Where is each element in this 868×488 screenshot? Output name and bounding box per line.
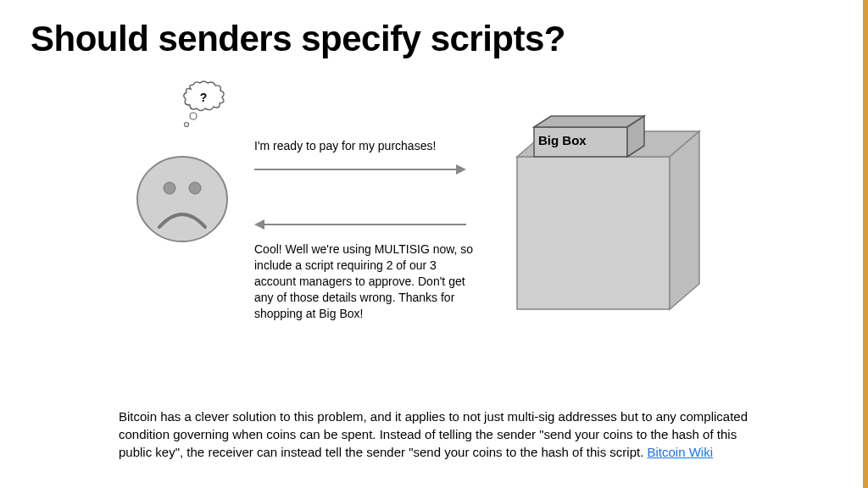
arrow-left-icon <box>254 216 466 233</box>
big-box-illustration: Big Box <box>509 114 712 318</box>
svg-point-4 <box>189 182 201 194</box>
svg-marker-11 <box>670 131 699 309</box>
box-label: Big Box <box>538 133 587 147</box>
sender-message: I'm ready to pay for my purchases! <box>254 138 475 154</box>
svg-rect-9 <box>517 157 670 309</box>
svg-marker-13 <box>534 116 644 127</box>
arrow-right-icon <box>254 161 466 178</box>
explanation-paragraph: Bitcoin has a clever solution to this pr… <box>119 408 763 461</box>
sad-face-icon <box>136 152 229 246</box>
svg-point-3 <box>164 182 175 194</box>
svg-point-1 <box>185 123 189 127</box>
question-mark-icon: ? <box>178 91 229 104</box>
svg-point-0 <box>190 113 197 119</box>
slide-title: Should senders specify scripts? <box>31 19 565 59</box>
bitcoin-wiki-link[interactable]: Bitcoin Wiki <box>647 445 713 459</box>
svg-point-2 <box>137 157 227 241</box>
svg-marker-6 <box>456 164 466 175</box>
thought-bubble: ? <box>178 80 229 131</box>
svg-marker-8 <box>254 219 264 230</box>
receiver-message: Cool! Well we're using MULTISIG now, so … <box>254 241 475 321</box>
